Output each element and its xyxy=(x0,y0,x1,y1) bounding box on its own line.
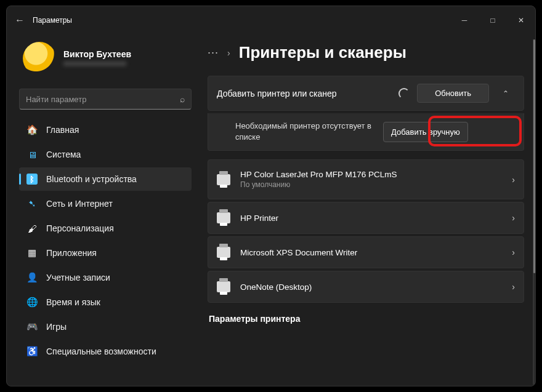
sidebar-item-4[interactable]: 🖌Персонализация xyxy=(19,217,192,240)
printer-row-0[interactable]: HP Color LaserJet Pro MFP M176 PCLmSПо у… xyxy=(208,159,524,199)
printer-icon xyxy=(217,281,230,292)
printer-icon xyxy=(217,212,230,223)
search-box[interactable]: ⌕ xyxy=(19,89,192,110)
maximize-button[interactable]: □ xyxy=(479,6,507,34)
sidebar-item-9[interactable]: ♿Специальные возможности xyxy=(19,340,192,363)
sidebar-item-label: Сеть и Интернет xyxy=(46,199,113,209)
collapse-button[interactable]: ⌃ xyxy=(496,89,515,98)
chevron-right-icon: › xyxy=(512,175,515,185)
printer-params-heading: Параметры принтера xyxy=(209,314,524,324)
scrollbar-thumb[interactable] xyxy=(533,39,535,273)
sidebar-item-label: Время и язык xyxy=(46,297,100,307)
sidebar-item-3[interactable]: ➷Сеть и Интернет xyxy=(19,192,192,215)
add-manually-button[interactable]: Добавить вручную xyxy=(383,122,468,142)
time-language-icon: 🌐 xyxy=(26,297,38,308)
printer-row-1[interactable]: HP Printer› xyxy=(208,202,524,234)
printer-icon xyxy=(217,247,230,258)
printer-name: HP Color LaserJet Pro MFP M176 PCLmS xyxy=(240,170,502,179)
chevron-right-icon: › xyxy=(512,282,515,292)
sidebar-item-1[interactable]: 🖥Система xyxy=(19,143,192,166)
close-button[interactable]: ✕ xyxy=(507,6,535,34)
sidebar-item-label: Персонализация xyxy=(46,223,114,233)
add-device-panel: Добавить принтер или сканер Обновить ⌃ xyxy=(208,76,524,111)
accounts-icon: 👤 xyxy=(26,272,38,283)
bluetooth-icon: ᛒ xyxy=(26,174,38,185)
printer-missing-row: Необходимый принтер отсутствует в списке… xyxy=(208,113,524,151)
refresh-button[interactable]: Обновить xyxy=(417,84,489,103)
minimize-button[interactable]: ─ xyxy=(450,6,479,34)
accessibility-icon: ♿ xyxy=(26,346,38,357)
profile[interactable]: Виктор Бухтеев xxxxxxxxxxxxxxxxx xyxy=(19,34,192,85)
personalization-icon: 🖌 xyxy=(26,223,38,234)
sidebar-item-5[interactable]: ▦Приложения xyxy=(19,241,192,265)
home-icon: 🏠 xyxy=(26,124,38,135)
chevron-right-icon: › xyxy=(512,213,515,223)
printer-row-3[interactable]: OneNote (Desktop)› xyxy=(208,271,524,303)
network-icon: ➷ xyxy=(26,198,38,209)
sidebar-item-0[interactable]: 🏠Главная xyxy=(19,118,192,142)
user-name: Виктор Бухтеев xyxy=(63,49,131,59)
spinner-icon xyxy=(398,88,410,99)
sidebar-item-label: Bluetooth и устройства xyxy=(46,174,137,184)
sidebar-item-8[interactable]: 🎮Игры xyxy=(19,315,192,338)
breadcrumb-more[interactable]: ··· xyxy=(208,46,219,59)
breadcrumb: ··· › Принтеры и сканеры xyxy=(208,43,524,62)
sidebar-item-6[interactable]: 👤Учетные записи xyxy=(19,266,192,289)
gaming-icon: 🎮 xyxy=(26,321,38,332)
search-input[interactable] xyxy=(26,95,180,104)
system-icon: 🖥 xyxy=(26,149,38,160)
printer-missing-text: Необходимый принтер отсутствует в списке xyxy=(235,121,383,143)
user-email: xxxxxxxxxxxxxxxxx xyxy=(63,59,131,68)
printer-name: HP Printer xyxy=(240,214,502,223)
avatar xyxy=(23,42,56,75)
sidebar-item-label: Игры xyxy=(46,322,67,332)
search-icon: ⌕ xyxy=(180,94,185,104)
sidebar-item-2[interactable]: ᛒBluetooth и устройства xyxy=(19,167,192,191)
sidebar-item-7[interactable]: 🌐Время и язык xyxy=(19,290,192,314)
page-title: Принтеры и сканеры xyxy=(239,43,407,62)
printer-sub: По умолчанию xyxy=(240,180,502,189)
printer-name: OneNote (Desktop) xyxy=(240,282,502,292)
sidebar-item-label: Главная xyxy=(46,125,79,135)
printer-name: Microsoft XPS Document Writer xyxy=(240,248,502,257)
add-device-label: Добавить принтер или сканер xyxy=(217,89,391,98)
sidebar-item-label: Учетные записи xyxy=(46,273,110,282)
nav-list: 🏠Главная🖥СистемаᛒBluetooth и устройства➷… xyxy=(19,118,192,363)
chevron-right-icon: › xyxy=(512,247,515,257)
sidebar-item-label: Специальные возможности xyxy=(46,346,156,356)
apps-icon: ▦ xyxy=(26,247,38,258)
sidebar-item-label: Система xyxy=(46,150,81,159)
window-title: Параметры xyxy=(33,16,72,25)
chevron-right-icon: › xyxy=(227,48,230,58)
printer-row-2[interactable]: Microsoft XPS Document Writer› xyxy=(208,236,524,268)
printer-icon xyxy=(217,174,230,185)
back-button[interactable]: ← xyxy=(7,15,33,26)
sidebar-item-label: Приложения xyxy=(46,248,97,258)
